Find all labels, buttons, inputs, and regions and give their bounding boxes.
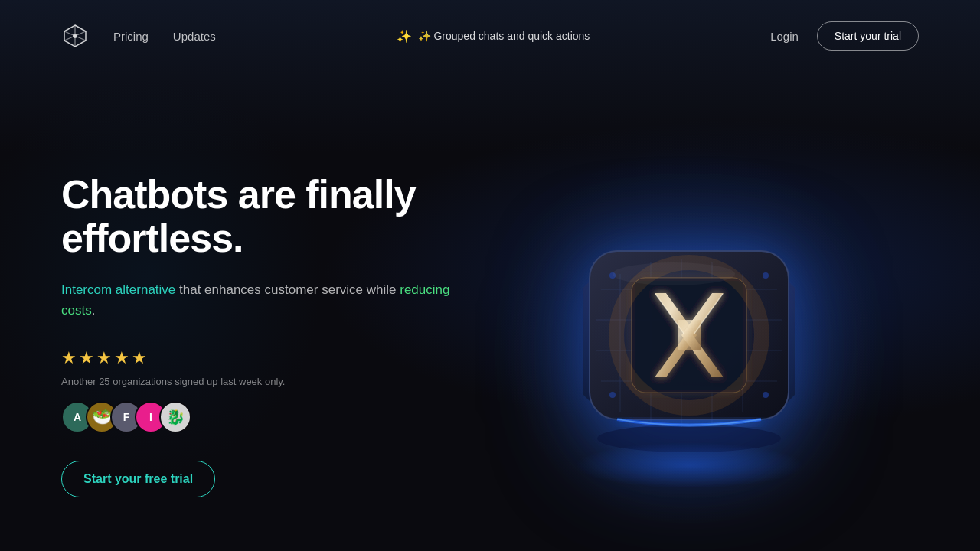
star-2: ★	[79, 348, 94, 368]
navigation: Pricing Updates ✨ ✨ Grouped chats and qu…	[0, 0, 980, 72]
nav-announcement: ✨ ✨ Grouped chats and quick actions	[397, 29, 590, 44]
free-trial-button[interactable]: Start your free trial	[61, 461, 215, 497]
nav-right: Login Start your trial	[770, 21, 919, 51]
hero-right	[459, 174, 919, 496]
svg-point-18	[609, 392, 616, 398]
hero-left: Chatbots are finally effortless. Interco…	[61, 173, 459, 497]
announcement-text: ✨ Grouped chats and quick actions	[418, 30, 590, 42]
chip-3d	[559, 205, 819, 465]
svg-point-17	[763, 272, 769, 279]
avatar-4: 🐉	[159, 401, 191, 433]
start-trial-button[interactable]: Start your trial	[817, 21, 919, 51]
svg-point-1	[597, 425, 781, 452]
star-1: ★	[61, 348, 77, 368]
login-link[interactable]: Login	[770, 30, 799, 43]
avatar-1-emoji: 🥗	[92, 409, 113, 425]
chip-svg	[559, 205, 819, 465]
social-proof-text: Another 25 organizations signed up last …	[61, 376, 459, 387]
svg-point-0	[73, 34, 77, 38]
nav-left: Pricing Updates	[61, 22, 216, 50]
hero-title: Chatbots are finally effortless.	[61, 173, 459, 260]
svg-point-22	[612, 262, 735, 285]
hero-subtitle: Intercom alternative that enhances custo…	[61, 279, 459, 321]
star-5: ★	[132, 348, 147, 368]
sparkle-icon: ✨	[397, 29, 412, 44]
nav-updates-link[interactable]: Updates	[173, 30, 216, 43]
subtitle-highlight-teal: Intercom alternative	[61, 282, 175, 297]
svg-point-19	[763, 392, 769, 398]
nav-pricing-link[interactable]: Pricing	[113, 30, 149, 43]
main-content: Chatbots are finally effortless. Interco…	[0, 72, 980, 551]
subtitle-end: .	[92, 303, 96, 318]
3d-logo-container	[528, 174, 850, 496]
brand-logo[interactable]	[61, 22, 89, 50]
avatar-group: A 🥗 F I 🐉	[61, 401, 459, 433]
subtitle-mid: that enhances customer service while	[175, 282, 400, 297]
star-rating: ★ ★ ★ ★ ★	[61, 348, 459, 368]
star-3: ★	[96, 348, 112, 368]
star-4: ★	[114, 348, 129, 368]
